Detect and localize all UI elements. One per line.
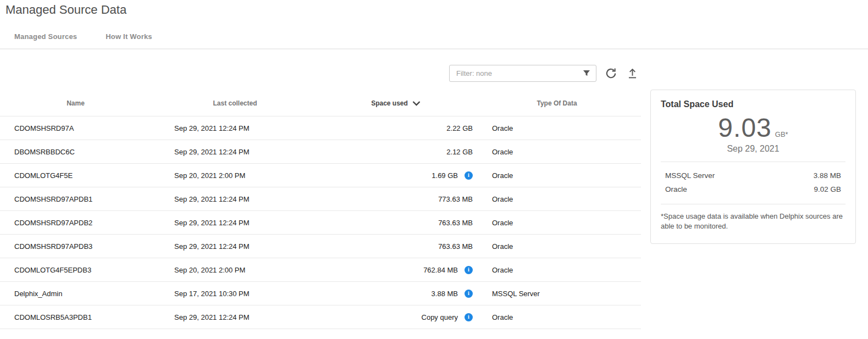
table-row[interactable]: CDOMSHSRD97APDB3 Sep 29, 2021 12:24 PM 7… xyxy=(0,234,641,258)
refresh-icon xyxy=(605,67,617,80)
sort-desc-chevron-icon xyxy=(412,101,421,106)
data-type: Oracle xyxy=(473,195,641,203)
last-collected: Sep 29, 2021 12:24 PM xyxy=(151,313,319,321)
total-space-date: Sep 29, 2021 xyxy=(661,144,845,154)
breakdown-label: Oracle xyxy=(665,185,687,193)
data-type: Oracle xyxy=(473,148,641,156)
space-used-cell: 763.63 MB i xyxy=(319,219,473,227)
space-used-cell: 773.63 MB i xyxy=(319,195,473,203)
last-collected: Sep 20, 2021 2:00 PM xyxy=(151,266,319,274)
column-header-name[interactable]: Name xyxy=(0,99,151,107)
last-collected: Sep 29, 2021 12:24 PM xyxy=(151,219,319,227)
managed-sources-table: Name Last collected Space used Type Of D… xyxy=(0,91,641,329)
data-type: Oracle xyxy=(473,242,641,251)
source-name: CDOMSHSRD97APDB3 xyxy=(0,242,151,251)
info-icon[interactable]: i xyxy=(465,290,473,298)
space-used-cell: 2.22 GB i xyxy=(319,124,473,132)
space-used-cell: 1.69 GB i xyxy=(319,171,473,180)
panel-divider-bottom xyxy=(661,204,845,204)
source-name: CDOMLOTG4F5E xyxy=(0,171,151,180)
last-collected: Sep 29, 2021 12:24 PM xyxy=(151,195,319,203)
last-collected: Sep 20, 2021 2:00 PM xyxy=(151,171,319,180)
space-usage-footnote: *Space usage data is available when Delp… xyxy=(661,212,845,231)
table-row[interactable]: CDOMSHSRD97APDB1 Sep 29, 2021 12:24 PM 7… xyxy=(0,187,641,210)
data-type: MSSQL Server xyxy=(473,290,641,298)
last-collected: Sep 29, 2021 12:24 PM xyxy=(151,148,319,156)
info-icon[interactable]: i xyxy=(465,266,473,274)
space-used-cell: 3.88 MB i xyxy=(319,290,473,298)
table-body: CDOMSHSRD97A Sep 29, 2021 12:24 PM 2.22 … xyxy=(0,116,641,329)
export-button[interactable] xyxy=(625,66,639,81)
table-row[interactable]: CDOMSHSRD97APDB2 Sep 29, 2021 12:24 PM 7… xyxy=(0,210,641,234)
tab-bar: Managed Sources How It Works xyxy=(14,32,152,41)
source-name: CDOMLOSRB5A3PDB1 xyxy=(0,313,151,321)
tab-managed-sources[interactable]: Managed Sources xyxy=(14,32,77,41)
panel-title: Total Space Used xyxy=(661,99,845,109)
source-name: CDOMSHSRD97APDB1 xyxy=(0,195,151,203)
breakdown-row-mssql: MSSQL Server 3.88 MB xyxy=(661,169,845,182)
column-header-type-of-data[interactable]: Type Of Data xyxy=(473,99,641,107)
data-type: Oracle xyxy=(473,313,641,321)
space-used-cell: 763.63 MB i xyxy=(319,242,473,251)
source-name: CDOMLOTG4F5EPDB3 xyxy=(0,266,151,274)
filter-input[interactable] xyxy=(449,65,596,82)
breakdown-label: MSSQL Server xyxy=(665,171,715,180)
column-header-last-collected[interactable]: Last collected xyxy=(151,99,319,107)
data-type: Oracle xyxy=(473,266,641,274)
space-used-cell: 2.12 GB i xyxy=(319,148,473,156)
column-header-space-used-label: Space used xyxy=(371,99,408,107)
last-collected: Sep 29, 2021 12:24 PM xyxy=(151,124,319,132)
table-row[interactable]: CDOMLOTG4F5E Sep 20, 2021 2:00 PM 1.69 G… xyxy=(0,163,641,187)
data-type: Oracle xyxy=(473,171,641,180)
data-type: Oracle xyxy=(473,124,641,132)
last-collected: Sep 29, 2021 12:24 PM xyxy=(151,242,319,251)
table-row[interactable]: Delphix_Admin Sep 17, 2021 10:30 PM 3.88… xyxy=(0,281,641,305)
column-header-space-used[interactable]: Space used xyxy=(319,99,473,107)
breakdown-value: 9.02 GB xyxy=(814,185,841,193)
source-name: CDOMSHSRD97APDB2 xyxy=(0,219,151,227)
data-type: Oracle xyxy=(473,219,641,227)
source-name: DBOMSRBBDC6C xyxy=(0,148,151,156)
breakdown-value: 3.88 MB xyxy=(814,171,841,180)
space-used-value[interactable]: Copy query xyxy=(422,313,458,321)
table-row[interactable]: CDOMLOSRB5A3PDB1 Sep 29, 2021 12:24 PM C… xyxy=(0,305,641,329)
source-name: Delphix_Admin xyxy=(0,290,151,298)
panel-divider-top xyxy=(661,162,845,162)
tab-how-it-works[interactable]: How It Works xyxy=(106,32,152,41)
export-upload-icon xyxy=(627,68,638,79)
managed-source-data-page: Managed Source Data Managed Sources How … xyxy=(0,0,868,339)
space-used-cell: 762.84 MB i xyxy=(319,266,473,274)
info-icon[interactable]: i xyxy=(465,313,473,321)
space-used-value: 2.12 GB xyxy=(446,148,473,156)
table-row[interactable]: DBOMSRBBDC6C Sep 29, 2021 12:24 PM 2.12 … xyxy=(0,140,641,163)
filter-field-wrap xyxy=(449,65,596,82)
breakdown-row-oracle: Oracle 9.02 GB xyxy=(661,182,845,196)
source-name: CDOMSHSRD97A xyxy=(0,124,151,132)
info-icon[interactable]: i xyxy=(465,171,473,180)
refresh-button[interactable] xyxy=(604,66,618,81)
table-row[interactable]: CDOMLOTG4F5EPDB3 Sep 20, 2021 2:00 PM 76… xyxy=(0,258,641,281)
space-breakdown-list: MSSQL Server 3.88 MB Oracle 9.02 GB xyxy=(661,169,845,196)
total-space-value: 9.03 xyxy=(718,113,771,142)
space-used-value: 1.69 GB xyxy=(432,171,458,180)
last-collected: Sep 17, 2021 10:30 PM xyxy=(151,290,319,298)
filter-funnel-icon[interactable] xyxy=(582,69,591,77)
table-row[interactable]: CDOMSHSRD97A Sep 29, 2021 12:24 PM 2.22 … xyxy=(0,116,641,140)
space-used-value: 773.63 MB xyxy=(438,195,473,203)
total-space-figure: 9.03GB* xyxy=(661,113,845,143)
page-title: Managed Source Data xyxy=(5,3,126,17)
table-header-row: Name Last collected Space used Type Of D… xyxy=(0,91,641,116)
space-used-cell: Copy query i xyxy=(319,313,473,321)
total-space-used-panel: Total Space Used 9.03GB* Sep 29, 2021 MS… xyxy=(650,90,856,244)
space-used-value: 762.84 MB xyxy=(423,266,458,274)
space-used-value: 763.63 MB xyxy=(438,219,473,227)
space-used-value: 2.22 GB xyxy=(446,124,473,132)
table-bottom-border xyxy=(0,329,641,329)
header-divider xyxy=(0,48,868,49)
toolbar xyxy=(0,65,639,82)
total-space-unit: GB* xyxy=(775,130,788,138)
space-used-value: 763.63 MB xyxy=(438,242,473,251)
space-used-value: 3.88 MB xyxy=(432,290,458,298)
